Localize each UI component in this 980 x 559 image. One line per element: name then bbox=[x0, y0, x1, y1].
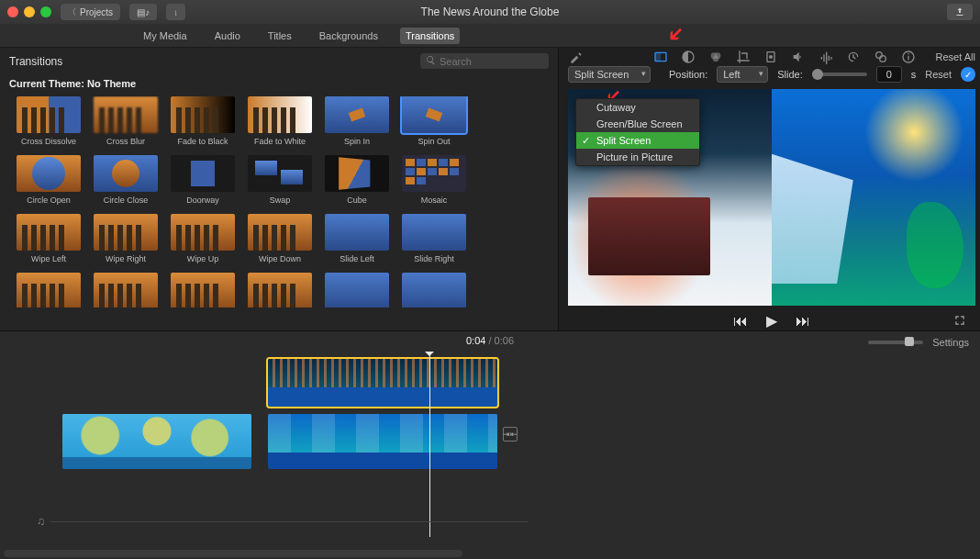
position-label: Position: bbox=[669, 69, 707, 80]
horizontal-scrollbar[interactable] bbox=[4, 550, 462, 557]
timeline-clip-main[interactable] bbox=[268, 414, 497, 469]
transition-item[interactable] bbox=[17, 273, 81, 307]
noise-reduction-icon[interactable] bbox=[819, 50, 833, 64]
fullscreen-icon[interactable] bbox=[953, 314, 966, 329]
transition-item[interactable]: Circle Open bbox=[17, 155, 81, 205]
transition-item[interactable]: Swap bbox=[248, 155, 312, 205]
search-field[interactable] bbox=[420, 53, 549, 69]
transition-item[interactable]: Slide Right bbox=[402, 214, 466, 263]
search-input[interactable] bbox=[440, 56, 543, 67]
svg-rect-1 bbox=[655, 52, 661, 61]
overlay-option-greenscreen[interactable]: Green/Blue Screen bbox=[576, 116, 699, 132]
transitions-grid: Cross Dissolve Cross Blur Fade to Black … bbox=[0, 96, 558, 307]
tab-my-media[interactable]: My Media bbox=[138, 28, 193, 44]
window-zoom-button[interactable] bbox=[40, 6, 51, 17]
transition-item[interactable]: Doorway bbox=[171, 155, 235, 205]
transition-item[interactable]: Mosaic bbox=[402, 155, 466, 205]
transition-item[interactable]: Wipe Up bbox=[171, 214, 235, 263]
crop-icon[interactable] bbox=[736, 50, 751, 64]
overlay-option-pip[interactable]: Picture in Picture bbox=[576, 149, 699, 165]
transition-item[interactable]: Fade to Black bbox=[171, 96, 235, 146]
color-correction-icon[interactable] bbox=[708, 50, 723, 64]
transition-item[interactable] bbox=[325, 273, 389, 307]
tab-audio[interactable]: Audio bbox=[209, 28, 246, 44]
tab-transitions[interactable]: Transitions bbox=[400, 28, 460, 44]
transition-item[interactable]: Cube bbox=[325, 155, 389, 205]
transition-placeholder-icon[interactable]: ⇥⇤ bbox=[503, 427, 518, 442]
volume-icon[interactable] bbox=[791, 50, 806, 64]
next-button[interactable]: ⏭ bbox=[796, 313, 810, 330]
music-track[interactable] bbox=[37, 515, 528, 528]
slide-unit: s bbox=[911, 69, 917, 80]
import-button[interactable]: ↓ bbox=[166, 4, 185, 20]
transition-item[interactable]: Circle Close bbox=[94, 155, 158, 205]
theme-label: Current Theme: No Theme bbox=[0, 74, 558, 96]
slide-slider[interactable] bbox=[812, 73, 867, 76]
transition-item[interactable] bbox=[248, 273, 312, 307]
overlay-type-select[interactable]: Split Screen bbox=[568, 66, 651, 83]
search-icon bbox=[426, 55, 436, 67]
slide-label: Slide: bbox=[777, 69, 803, 80]
svg-point-8 bbox=[875, 51, 882, 58]
transition-item[interactable]: Fade to White bbox=[248, 96, 312, 146]
transition-item[interactable]: Cross Blur bbox=[94, 96, 158, 146]
filters-icon[interactable] bbox=[874, 50, 888, 64]
svg-point-5 bbox=[712, 55, 718, 61]
reset-button[interactable]: Reset bbox=[925, 69, 952, 80]
timeline-clip-overlay[interactable] bbox=[268, 359, 497, 407]
tab-titles[interactable]: Titles bbox=[262, 28, 297, 44]
transition-item[interactable]: Wipe Right bbox=[94, 214, 158, 263]
timeline-clip-map[interactable] bbox=[62, 414, 251, 469]
media-tabs: My Media Audio Titles Backgrounds Transi… bbox=[0, 24, 980, 48]
window-close-button[interactable] bbox=[7, 6, 18, 17]
browser-title: Transitions bbox=[9, 55, 62, 68]
reset-all-button[interactable]: Reset All bbox=[936, 51, 975, 62]
timecode: 0:04 / 0:06 bbox=[466, 335, 514, 346]
svg-rect-12 bbox=[908, 53, 908, 54]
share-button[interactable] bbox=[947, 4, 973, 20]
svg-point-7 bbox=[769, 55, 773, 59]
transition-item[interactable]: Wipe Left bbox=[17, 214, 81, 263]
overlay-icon[interactable] bbox=[653, 50, 668, 64]
info-icon[interactable] bbox=[901, 50, 916, 64]
overlay-option-cutaway[interactable]: Cutaway bbox=[576, 99, 699, 116]
back-to-projects-button[interactable]: 〈 Projects bbox=[61, 4, 120, 20]
color-balance-icon[interactable] bbox=[681, 50, 696, 64]
timeline-tracks[interactable]: ⇥⇤ bbox=[0, 353, 980, 537]
project-title: The News Around the Globe bbox=[421, 6, 560, 18]
overlay-type-menu: Cutaway Green/Blue Screen Split Screen P… bbox=[575, 98, 700, 166]
prev-button[interactable]: ⏮ bbox=[733, 313, 748, 330]
svg-rect-11 bbox=[908, 55, 908, 60]
speed-icon[interactable] bbox=[846, 50, 861, 64]
svg-point-9 bbox=[879, 55, 885, 61]
transition-item[interactable] bbox=[171, 273, 235, 307]
transition-item[interactable]: Cross Dissolve bbox=[17, 96, 81, 146]
tab-backgrounds[interactable]: Backgrounds bbox=[314, 28, 384, 44]
transition-item[interactable] bbox=[402, 273, 466, 307]
window-minimize-button[interactable] bbox=[24, 6, 35, 17]
stabilize-icon[interactable] bbox=[763, 50, 778, 64]
slide-value-field[interactable]: 0 bbox=[876, 66, 902, 83]
transition-item[interactable] bbox=[94, 273, 158, 307]
transition-item[interactable]: Slide Left bbox=[325, 214, 389, 263]
library-view-button[interactable]: ▤♪ bbox=[129, 4, 157, 20]
transition-item[interactable]: Wipe Down bbox=[248, 214, 312, 263]
back-label: Projects bbox=[80, 7, 113, 17]
enhance-icon[interactable] bbox=[568, 50, 583, 64]
transition-item[interactable]: Spin In bbox=[325, 96, 389, 146]
apply-check-button[interactable]: ✓ bbox=[961, 67, 975, 82]
playhead[interactable] bbox=[429, 353, 430, 537]
transition-item[interactable]: Spin Out bbox=[402, 96, 466, 146]
timeline-settings-button[interactable]: Settings bbox=[932, 337, 969, 348]
position-select[interactable]: Left bbox=[717, 66, 768, 83]
zoom-slider[interactable] bbox=[868, 341, 923, 344]
play-button[interactable]: ▶ bbox=[766, 312, 777, 330]
overlay-option-splitscreen[interactable]: Split Screen bbox=[576, 132, 699, 149]
